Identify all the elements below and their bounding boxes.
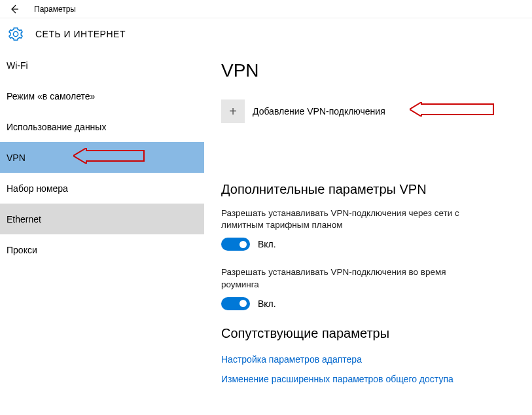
sidebar-item-wifi[interactable]: Wi-Fi [0, 50, 204, 81]
sidebar-item-dialup[interactable]: Набор номера [0, 173, 204, 204]
window-title: Параметры [34, 5, 76, 14]
setting-metered-desc: Разрешать устанавливать VPN-подключения … [221, 208, 483, 231]
add-vpn-label: Добавление VPN-подключения [253, 106, 385, 117]
category-title: СЕТЬ И ИНТЕРНЕТ [35, 29, 126, 39]
sidebar-item-airplane-mode[interactable]: Режим «в самолете» [0, 81, 204, 111]
link-adapter-settings[interactable]: Настройка параметров адаптера [221, 354, 515, 365]
toggle-roaming-state: Вкл. [258, 298, 276, 309]
sidebar-item-ethernet[interactable]: Ethernet [0, 204, 204, 234]
sidebar-item-label: VPN [7, 153, 26, 163]
titlebar: Параметры [0, 0, 532, 18]
sidebar-item-label: Ethernet [7, 214, 41, 225]
main-panel: VPN + Добавление VPN-подключения Дополни… [204, 50, 532, 415]
toggle-metered-state: Вкл. [258, 239, 276, 249]
sidebar-item-label: Режим «в самолете» [7, 91, 95, 101]
toggle-metered[interactable] [221, 238, 250, 251]
related-section-title: Сопутствующие параметры [221, 326, 515, 341]
sidebar-item-label: Использование данных [7, 122, 106, 132]
sidebar: Wi-Fi Режим «в самолете» Использование д… [0, 50, 204, 415]
toggle-roaming[interactable] [221, 297, 250, 310]
add-vpn-button[interactable]: + Добавление VPN-подключения [221, 99, 515, 123]
back-button[interactable] [5, 0, 24, 18]
arrow-left-icon [9, 4, 20, 14]
category-header: СЕТЬ И ИНТЕРНЕТ [0, 18, 532, 50]
sidebar-item-label: Wi-Fi [7, 60, 28, 71]
sidebar-item-data-usage[interactable]: Использование данных [0, 111, 204, 142]
link-sharing-settings[interactable]: Изменение расширенных параметров общего … [221, 374, 515, 384]
advanced-section-title: Дополнительные параметры VPN [221, 182, 515, 197]
page-title: VPN [221, 60, 515, 81]
gear-icon [8, 26, 24, 42]
sidebar-item-proxy[interactable]: Прокси [0, 234, 204, 265]
plus-icon: + [221, 99, 245, 123]
setting-roaming-desc: Разрешать устанавливать VPN-подключения … [221, 266, 483, 290]
sidebar-item-label: Набор номера [7, 183, 68, 194]
toggle-knob [239, 241, 247, 248]
sidebar-item-vpn[interactable]: VPN [0, 142, 204, 173]
sidebar-item-label: Прокси [7, 245, 37, 255]
toggle-knob [239, 300, 247, 307]
